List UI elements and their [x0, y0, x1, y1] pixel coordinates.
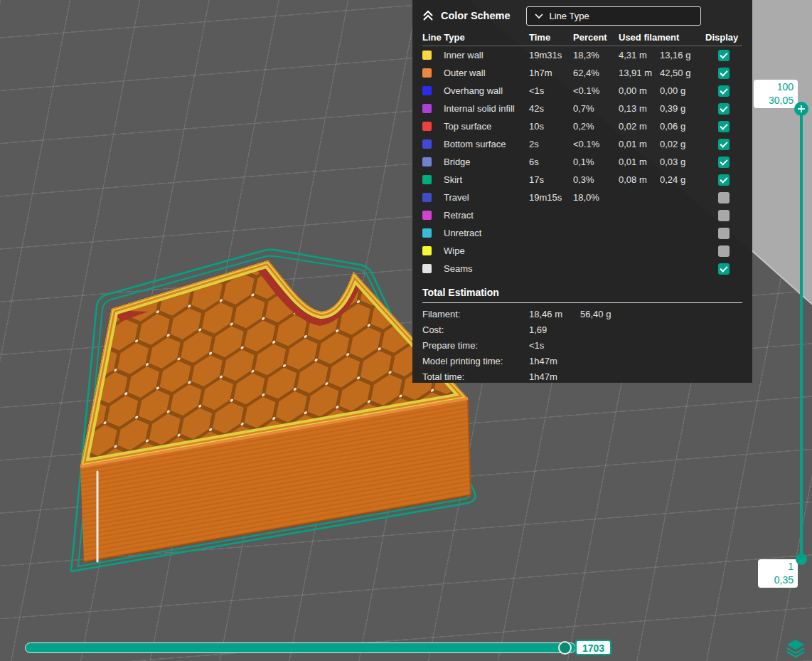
- display-checkbox[interactable]: [718, 174, 730, 186]
- line-type-table: Line Type Time Percent Used filament Dis…: [412, 28, 752, 277]
- estimation-label: Filament:: [422, 309, 529, 319]
- time-value: 42s: [529, 103, 573, 114]
- line-type-row: Skirt17s0,3%0,08 m0,24 g: [422, 171, 742, 189]
- move-slider-value-label: 1703: [575, 640, 611, 655]
- display-checkbox[interactable]: [718, 228, 730, 239]
- display-checkbox[interactable]: [718, 192, 730, 203]
- bottom-layer-height: 0,35: [762, 573, 794, 587]
- layer-range-bottom-label: 1 0,35: [758, 559, 798, 588]
- used-filament-m: 0,13 m: [619, 103, 660, 114]
- color-swatch: [422, 86, 432, 95]
- time-value: 6s: [529, 157, 573, 167]
- line-type-row: Inner wall19m31s18,3%4,31 m13,16 g: [422, 46, 742, 64]
- estimation-row: Filament:18,46 m56,40 g: [422, 306, 742, 322]
- estimation-row: Prepare time:<1s: [422, 337, 742, 353]
- line-type-swatch-cell: [422, 211, 444, 220]
- color-swatch: [422, 51, 432, 60]
- display-checkbox[interactable]: [718, 121, 730, 132]
- time-value: 19m15s: [529, 192, 573, 203]
- used-filament-g: 13,16 g: [660, 50, 705, 60]
- estimation-value: 18,46 m: [529, 309, 580, 319]
- color-swatch: [422, 122, 432, 131]
- time-value: 17s: [529, 174, 573, 185]
- line-type-label: Top surface: [444, 121, 529, 132]
- table-header: Line Type Time Percent Used filament Dis…: [422, 28, 742, 46]
- display-checkbox-cell: [705, 50, 742, 61]
- display-checkbox-cell: [705, 192, 742, 203]
- estimation-row: Cost:1,69: [422, 322, 742, 337]
- line-type-row: Outer wall1h7m62,4%13,91 m42,50 g: [422, 64, 742, 82]
- display-checkbox-cell: [705, 85, 742, 97]
- used-filament-g: 42,50 g: [660, 68, 705, 78]
- estimation-label: Cost:: [422, 324, 529, 335]
- display-checkbox[interactable]: [718, 68, 730, 79]
- layers-icon[interactable]: [785, 638, 806, 659]
- line-type-swatch-cell: [422, 68, 444, 78]
- estimation-value: 1h47m: [529, 371, 580, 382]
- used-filament-g: 0,03 g: [660, 157, 705, 167]
- percent-value: 0,2%: [573, 121, 619, 132]
- display-checkbox[interactable]: [718, 50, 730, 61]
- display-checkbox[interactable]: [718, 85, 730, 97]
- display-checkbox[interactable]: [718, 139, 730, 150]
- line-type-label: Skirt: [444, 174, 529, 185]
- estimation-value-2: 56,40 g: [580, 309, 742, 319]
- line-type-label: Unretract: [444, 228, 529, 238]
- display-checkbox-cell: [705, 121, 742, 132]
- move-slider-track[interactable]: [25, 643, 576, 653]
- divider: [422, 302, 742, 303]
- percent-value: 18,0%: [573, 192, 619, 203]
- line-type-swatch-cell: [422, 157, 444, 166]
- header-line-type: Line Type: [422, 32, 529, 43]
- estimation-label: Prepare time:: [422, 340, 529, 351]
- line-type-row: Seams: [422, 260, 742, 277]
- estimation-rows: Filament:18,46 m56,40 gCost:1,69Prepare …: [422, 306, 742, 384]
- line-type-row: Overhang wall<1s<0.1%0,00 m0,00 g: [422, 82, 742, 100]
- color-swatch: [422, 139, 432, 149]
- layer-slider-lower-handle[interactable]: [796, 554, 807, 565]
- display-checkbox-cell: [705, 210, 742, 221]
- display-checkbox[interactable]: [718, 263, 730, 275]
- estimation-value: <1s: [529, 340, 580, 351]
- chevron-down-icon: [534, 12, 544, 19]
- line-type-swatch-cell: [422, 86, 444, 95]
- used-filament-m: 0,01 m: [619, 157, 660, 167]
- display-checkbox-cell: [705, 228, 742, 239]
- display-checkbox[interactable]: [718, 245, 730, 257]
- color-swatch: [422, 193, 432, 202]
- used-filament-m: 0,08 m: [619, 174, 660, 185]
- line-type-label: Bottom surface: [444, 139, 529, 149]
- percent-value: 0,3%: [573, 174, 619, 185]
- plus-icon: [798, 105, 805, 112]
- percent-value: 0,7%: [573, 103, 619, 114]
- line-type-swatch-cell: [422, 264, 444, 273]
- line-type-swatch-cell: [422, 139, 444, 149]
- color-swatch: [422, 68, 432, 78]
- time-value: 2s: [529, 139, 573, 149]
- display-checkbox-cell: [705, 157, 742, 168]
- estimation-row: Total time:1h47m: [422, 369, 742, 384]
- used-filament-m: 0,02 m: [619, 121, 660, 132]
- time-value: 19m31s: [529, 50, 573, 60]
- collapse-panel-icon[interactable]: [422, 10, 434, 21]
- line-type-label: Outer wall: [444, 68, 529, 78]
- move-slider-handle[interactable]: [558, 641, 572, 655]
- layer-slider-track[interactable]: [800, 107, 803, 562]
- line-type-rows: Inner wall19m31s18,3%4,31 m13,16 gOuter …: [422, 46, 742, 277]
- top-layer-number: 100: [758, 80, 794, 94]
- used-filament-g: 0,39 g: [660, 103, 705, 114]
- layer-slider-upper-handle[interactable]: [794, 102, 808, 116]
- used-filament-m: 0,01 m: [619, 139, 660, 149]
- display-checkbox[interactable]: [718, 157, 730, 168]
- top-layer-height: 30,05: [758, 94, 794, 107]
- line-type-label: Seams: [444, 263, 529, 274]
- color-scheme-dropdown[interactable]: Line Type: [526, 6, 701, 26]
- display-checkbox[interactable]: [718, 210, 730, 221]
- line-type-row: Bridge6s0,1%0,01 m0,03 g: [422, 153, 742, 171]
- percent-value: 0,1%: [573, 157, 619, 167]
- line-type-label: Travel: [444, 192, 529, 203]
- display-checkbox[interactable]: [718, 103, 730, 115]
- total-estimation-title: Total Estimation: [422, 287, 742, 298]
- percent-value: <0.1%: [573, 139, 619, 149]
- display-checkbox-cell: [705, 245, 742, 257]
